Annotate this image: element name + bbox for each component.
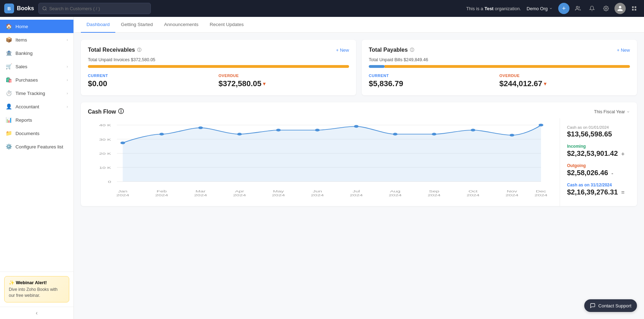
sidebar-item-sales[interactable]: 🛒 Sales › xyxy=(0,60,73,73)
sidebar-item-reports[interactable]: 📊 Reports xyxy=(0,113,73,127)
svg-point-25 xyxy=(393,133,398,136)
svg-text:Apr: Apr xyxy=(235,189,244,193)
payables-overdue: OVERDUE $244,012.67 ▾ xyxy=(500,74,630,88)
sidebar-collapse-button[interactable]: ‹ xyxy=(0,307,73,319)
svg-text:Dec: Dec xyxy=(536,189,546,193)
webinar-emoji: ✨ xyxy=(9,280,14,285)
svg-rect-7 xyxy=(635,9,636,11)
contact-support-button[interactable]: Contact Support xyxy=(584,299,637,312)
app-logo[interactable]: B Books xyxy=(4,4,34,13)
incoming-stat: Incoming $2,32,53,901.42 + xyxy=(567,144,630,158)
sidebar-item-documents[interactable]: 📁 Documents xyxy=(0,127,73,140)
home-icon: 🏠 xyxy=(6,23,12,30)
sidebar-item-label: Configure Features list xyxy=(15,144,68,149)
svg-text:2024: 2024 xyxy=(194,193,207,197)
payables-new-button[interactable]: + New xyxy=(617,47,630,53)
svg-text:Aug: Aug xyxy=(390,189,400,193)
cashflow-stats: Cash as on 01/01/2024 $13,56,598.65 Inco… xyxy=(560,118,637,206)
svg-text:2024: 2024 xyxy=(389,193,402,197)
svg-text:2024: 2024 xyxy=(535,193,548,197)
webinar-text: Dive into Zoho Books with our free webin… xyxy=(9,287,65,299)
search-bar[interactable] xyxy=(38,3,151,14)
chevron-right-icon: › xyxy=(67,65,68,69)
overdue-value: $372,580.05 ▾ xyxy=(219,79,349,88)
svg-text:2024: 2024 xyxy=(466,193,479,197)
tab-getting-started[interactable]: Getting Started xyxy=(115,17,159,33)
receivables-current: CURRENT $0.00 xyxy=(88,74,219,88)
sidebar-nav: 🏠 Home 📦 Items › 🏦 Banking 🛒 Sales › 🛍️ … xyxy=(0,17,73,272)
info-icon: ⓘ xyxy=(410,47,414,53)
dashboard-content: Total Receivables ⓘ + New Total Unpaid I… xyxy=(74,33,644,213)
tab-dashboard[interactable]: Dashboard xyxy=(81,17,115,33)
cash-start-value: $13,56,598.65 xyxy=(567,130,630,138)
svg-text:2024: 2024 xyxy=(428,193,441,197)
receivables-header: Total Receivables ⓘ + New xyxy=(88,47,349,53)
outgoing-operator: - xyxy=(611,170,613,176)
current-label: CURRENT xyxy=(88,74,219,78)
cash-start-stat: Cash as on 01/01/2024 $13,56,598.65 xyxy=(567,125,630,138)
sidebar-item-configure[interactable]: ⚙️ Configure Features list xyxy=(0,140,73,153)
sidebar-item-label: Time Tracking xyxy=(15,91,63,96)
search-icon xyxy=(42,6,47,11)
svg-point-28 xyxy=(510,134,514,136)
cashflow-title: Cash Flow ⓘ xyxy=(88,108,124,115)
overdue-label: OVERDUE xyxy=(500,74,630,78)
sidebar-item-banking[interactable]: 🏦 Banking xyxy=(0,46,73,60)
cashflow-body: 40 K 30 K 20 K 10 K 0 xyxy=(81,118,637,206)
purchases-icon: 🛍️ xyxy=(6,77,12,83)
caret-icon: ▾ xyxy=(263,81,265,87)
overdue-value: $244,012.67 ▾ xyxy=(500,79,630,88)
org-selector[interactable]: Demo Org xyxy=(524,5,555,13)
payables-header: Total Payables ⓘ + New xyxy=(369,47,630,53)
sidebar-item-accountant[interactable]: 👤 Accountant › xyxy=(0,100,73,113)
svg-point-2 xyxy=(576,6,578,8)
svg-point-29 xyxy=(539,124,543,127)
sidebar: 🏠 Home 📦 Items › 🏦 Banking 🛒 Sales › 🛍️ … xyxy=(0,17,74,319)
layout: 🏠 Home 📦 Items › 🏦 Banking 🛒 Sales › 🛍️ … xyxy=(0,17,644,319)
svg-point-27 xyxy=(471,129,475,132)
tab-recent-updates[interactable]: Recent Updates xyxy=(204,17,249,33)
receivables-new-button[interactable]: + New xyxy=(336,47,349,53)
new-button[interactable]: + xyxy=(558,3,569,14)
grid-icon[interactable] xyxy=(629,3,640,14)
sidebar-item-purchases[interactable]: 🛍️ Purchases › xyxy=(0,73,73,87)
current-label: CURRENT xyxy=(369,74,500,78)
avatar[interactable] xyxy=(614,3,626,14)
top-cards: Total Receivables ⓘ + New Total Unpaid I… xyxy=(81,40,637,95)
chevron-right-icon: › xyxy=(67,38,68,42)
svg-text:Mar: Mar xyxy=(195,189,206,193)
cash-end-operator: = xyxy=(621,190,624,196)
cashflow-header: Cash Flow ⓘ This Fiscal Year xyxy=(81,102,637,118)
cash-end-label: Cash as on 31/12/2024 xyxy=(567,183,630,187)
bell-icon[interactable] xyxy=(586,3,598,14)
svg-rect-4 xyxy=(632,6,634,8)
sidebar-item-items[interactable]: 📦 Items › xyxy=(0,33,73,46)
svg-text:2024: 2024 xyxy=(272,193,285,197)
payables-title: Total Payables ⓘ xyxy=(369,47,414,53)
outgoing-stat: Outgoing $2,58,026.46 - xyxy=(567,163,630,177)
svg-text:10 K: 10 K xyxy=(99,166,111,170)
message-icon xyxy=(590,303,595,308)
settings-icon[interactable] xyxy=(600,3,612,14)
search-input[interactable] xyxy=(49,6,147,11)
tab-announcements[interactable]: Announcements xyxy=(159,17,204,33)
receivables-progress-bar xyxy=(88,65,349,68)
svg-rect-5 xyxy=(635,6,636,8)
users-icon[interactable] xyxy=(572,3,584,14)
caret-icon: ▾ xyxy=(544,81,546,87)
reports-icon: 📊 xyxy=(6,117,12,123)
fiscal-year-selector[interactable]: This Fiscal Year xyxy=(594,109,630,114)
sidebar-item-label: Banking xyxy=(15,51,68,56)
cashflow-chart-svg: 40 K 30 K 20 K 10 K 0 xyxy=(88,122,553,199)
receivables-unpaid-label: Total Unpaid Invoices $372,580.05 xyxy=(88,57,349,62)
sidebar-item-label: Documents xyxy=(15,131,68,136)
svg-text:2024: 2024 xyxy=(155,193,168,197)
webinar-alert[interactable]: ✨ Webinar Alert! Dive into Zoho Books wi… xyxy=(4,276,69,302)
svg-point-19 xyxy=(159,133,164,136)
sidebar-item-time-tracking[interactable]: ⏱️ Time Tracking › xyxy=(0,87,73,100)
sidebar-item-home[interactable]: 🏠 Home xyxy=(0,20,73,33)
svg-text:Feb: Feb xyxy=(157,189,167,193)
sales-icon: 🛒 xyxy=(6,63,12,70)
sidebar-item-label: Items xyxy=(15,37,63,43)
payables-progress-fill-blue xyxy=(369,65,385,68)
